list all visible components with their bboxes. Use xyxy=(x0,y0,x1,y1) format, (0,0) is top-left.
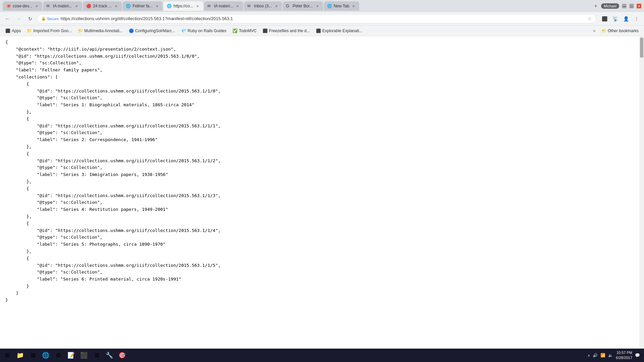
tab-tab-ia-materi[interactable]: ✉ IA materi... ✕ xyxy=(43,1,82,11)
tab-favicon: 🌐 xyxy=(167,4,171,8)
taskbar-app-app6[interactable]: 🔧 xyxy=(103,349,115,361)
taskbar: ⊞ 📁🖥🌐⚙📝⬛🖥🔧🎯 ∧ 🔊 📶 🔈 10:57 PM 6/28/2017 💬 xyxy=(0,349,644,362)
app7-icon: 🎯 xyxy=(118,352,126,359)
tab-tab-peter-bor[interactable]: G Peter Bor... ✕ xyxy=(283,1,323,11)
bookmark-explorable[interactable]: ⬛ Explorable Explanati... xyxy=(313,27,365,34)
title-bar: 🐙 cose-dev... ✕ ✉ IA materi... ✕ 🔴 24 tr… xyxy=(0,0,644,12)
bookmark-favicon: ⬛ xyxy=(5,28,10,33)
toolbar-icons: ⬛ 📡 👤 ⋮ xyxy=(600,14,641,23)
tab-label: IA materi... xyxy=(214,4,233,8)
main-content: { "@context": "http://iiif.io/api/presen… xyxy=(0,36,644,349)
bookmark-label: Multimedia Annotati... xyxy=(84,28,123,33)
notepad-icon: 📝 xyxy=(67,352,75,359)
start-button[interactable]: ⊞ xyxy=(1,349,13,361)
tab-close-button[interactable]: ✕ xyxy=(274,4,279,8)
tab-tab-new[interactable]: 🌐 New Tab ✕ xyxy=(324,1,359,11)
tab-tab-ia-materi2[interactable]: ✉ IA materi... ✕ xyxy=(204,1,243,11)
forward-button[interactable]: → xyxy=(14,14,23,23)
bookmark-imported[interactable]: 📁 Imported From Goo... xyxy=(24,27,74,34)
bookmark-label: Ruby on Rails Guides xyxy=(187,28,226,33)
new-tab-button[interactable]: + xyxy=(591,1,600,11)
bookmark-favicon: ⬛ xyxy=(316,28,321,33)
app6-icon: 🔧 xyxy=(106,352,113,359)
tab-label: https://co... xyxy=(173,4,193,8)
taskbar-app-explorer[interactable]: 📁 xyxy=(14,349,26,361)
date-display: 6/28/2017 xyxy=(616,355,632,360)
minimize-button[interactable]: — xyxy=(622,4,627,8)
taskbar-app-cmd[interactable]: ⬛ xyxy=(78,349,90,361)
bookmark-star-icon[interactable]: ☆ xyxy=(588,16,592,21)
tab-favicon: G xyxy=(286,4,291,8)
tab-favicon: 🌐 xyxy=(126,4,130,8)
taskbar-app-browser-ie[interactable]: 🖥 xyxy=(27,349,39,361)
tab-close-button[interactable]: ✕ xyxy=(74,4,79,8)
notification-icon[interactable]: 💬 xyxy=(635,353,640,358)
bookmark-ruby[interactable]: 💎 Ruby on Rails Guides xyxy=(178,27,229,34)
bookmark-label: Freezefiles and the d... xyxy=(269,28,310,33)
taskbar-clock[interactable]: 10:57 PM 6/28/2017 xyxy=(616,350,632,361)
other-bookmarks-folder[interactable]: 📁 Other bookmarks xyxy=(599,27,641,34)
tab-close-button[interactable]: ✕ xyxy=(315,4,320,8)
tab-close-button[interactable]: ✕ xyxy=(114,4,118,8)
secure-badge: 🔒 Secure xyxy=(41,16,59,21)
taskbar-app-settings[interactable]: ⚙ xyxy=(52,349,64,361)
tab-tab-inbox[interactable]: ✉ Inbox (3... ✕ xyxy=(244,1,282,11)
bookmark-favicon: ⬛ xyxy=(263,28,268,33)
user-chip[interactable]: Michael xyxy=(601,3,619,9)
bookmark-apps[interactable]: ⬛ Apps xyxy=(3,27,23,34)
tab-favicon: ✉ xyxy=(247,4,252,8)
taskbar-app-terminal[interactable]: 🖥 xyxy=(91,349,103,361)
close-button[interactable]: ✕ xyxy=(637,4,641,8)
cast-icon[interactable]: 📡 xyxy=(610,14,620,23)
url-text[interactable]: https://collections.ushmm.org/iiif/colle… xyxy=(61,16,586,21)
speaker-icon[interactable]: 🔈 xyxy=(608,353,613,358)
back-button[interactable]: ← xyxy=(3,14,12,23)
tab-tab-24track[interactable]: 🔴 24 track ... ✕ xyxy=(83,1,122,11)
lock-icon: 🔒 xyxy=(41,16,46,21)
chevron-up-icon[interactable]: ∧ xyxy=(588,354,590,357)
extensions-icon[interactable]: ⬛ xyxy=(600,14,609,23)
network-icon[interactable]: 📶 xyxy=(600,353,605,358)
tab-label: 24 track ... xyxy=(93,4,112,8)
url-bar[interactable]: 🔒 Secure https://collections.ushmm.org/i… xyxy=(37,14,596,23)
tab-tab-current[interactable]: 🌐 https://co... ✕ xyxy=(163,1,203,11)
scroll-thumb[interactable] xyxy=(640,38,643,58)
tab-tab-github[interactable]: 🐙 cose-dev... ✕ xyxy=(3,1,42,11)
terminal-icon: 🖥 xyxy=(94,352,100,359)
tab-close-button[interactable]: ✕ xyxy=(195,4,200,8)
bookmark-label: Apps xyxy=(12,28,21,33)
tab-close-button[interactable]: ✕ xyxy=(351,4,356,8)
taskbar-app-app7[interactable]: 🎯 xyxy=(116,349,128,361)
time-display: 10:57 PM xyxy=(616,350,632,355)
taskbar-app-chrome[interactable]: 🌐 xyxy=(40,349,52,361)
bookmark-todo[interactable]: ✅ TodoMVC xyxy=(230,27,259,34)
bookmarks-bar: ⬛ Apps 📁 Imported From Goo... 📁 Multimed… xyxy=(0,25,644,36)
tab-tab-fellner[interactable]: 🌐 Fellner fa... ✕ xyxy=(122,1,163,11)
taskbar-right: ∧ 🔊 📶 🔈 10:57 PM 6/28/2017 💬 xyxy=(588,350,643,361)
folder-icon: 📁 xyxy=(601,28,606,33)
menu-icon[interactable]: ⋮ xyxy=(632,14,641,23)
address-bar: ← → ↻ 🔒 Secure https://collections.ushmm… xyxy=(0,12,644,25)
tab-favicon: ✉ xyxy=(207,4,212,8)
explorer-icon: 📁 xyxy=(16,352,24,359)
scrollbar[interactable] xyxy=(639,36,644,349)
tab-label: IA materi... xyxy=(53,4,72,8)
tab-close-button[interactable]: ✕ xyxy=(235,4,240,8)
tab-label: Inbox (3... xyxy=(254,4,272,8)
profile-icon[interactable]: 👤 xyxy=(621,14,631,23)
tab-label: Peter Bor... xyxy=(293,4,313,8)
bookmark-label: ConfiguringSolrMarc... xyxy=(135,28,175,33)
bookmark-favicon: 💎 xyxy=(181,28,186,33)
volume-icon[interactable]: 🔊 xyxy=(593,353,598,358)
tab-close-button[interactable]: ✕ xyxy=(34,4,39,8)
maximize-button[interactable]: □ xyxy=(629,4,634,8)
taskbar-app-notepad[interactable]: 📝 xyxy=(65,349,77,361)
refresh-button[interactable]: ↻ xyxy=(25,14,35,23)
tab-close-button[interactable]: ✕ xyxy=(155,4,159,8)
bookmark-multimedia[interactable]: 📁 Multimedia Annotati... xyxy=(75,27,125,34)
start-icon: ⊞ xyxy=(5,352,10,359)
bookmark-freezefiles[interactable]: ⬛ Freezefiles and the d... xyxy=(260,27,313,34)
bookmarks-more-button[interactable]: » xyxy=(591,27,597,34)
bookmark-configuring[interactable]: 🔵 ConfiguringSolrMarc... xyxy=(126,27,178,34)
bookmark-favicon: ✅ xyxy=(232,28,237,33)
